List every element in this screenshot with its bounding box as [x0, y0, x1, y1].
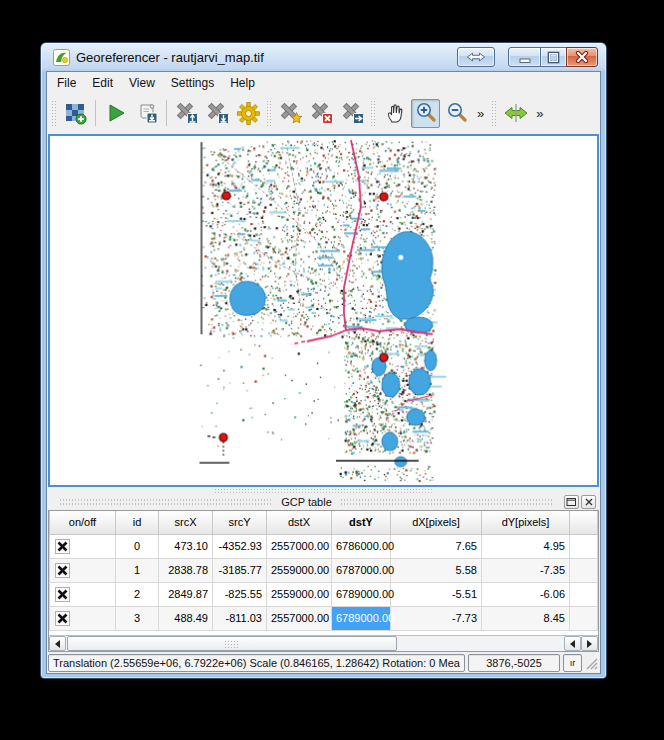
gcp-panel-titlebar[interactable]: GCP table: [47, 494, 600, 510]
cell-srcX[interactable]: 488.49: [159, 606, 213, 630]
cell-id[interactable]: 3: [116, 606, 159, 630]
maximize-button[interactable]: [540, 47, 567, 67]
cell-dY[interactable]: -6.06: [482, 582, 570, 606]
cell-dstX[interactable]: 2557000.00: [267, 534, 332, 558]
move-gcp-point-button[interactable]: [338, 99, 367, 128]
scroll-left-button-2[interactable]: [564, 636, 581, 651]
map-image[interactable]: [50, 136, 597, 485]
cell-dX[interactable]: 7.65: [391, 534, 482, 558]
window-content: FileEditViewSettingsHelp: [46, 71, 601, 674]
gcp-enabled-checkbox[interactable]: [50, 558, 116, 582]
panel-close-button[interactable]: [581, 495, 596, 509]
zoom-to-layer-button[interactable]: [501, 99, 530, 128]
column-header-filler: [570, 511, 598, 534]
cell-dY[interactable]: -7.35: [482, 558, 570, 582]
gcp-table-row: 0473.10-4352.932557000.006786000.007.654…: [50, 534, 598, 558]
close-icon: [574, 49, 590, 65]
cell-dstX[interactable]: 2559000.00: [267, 582, 332, 606]
scrollbar-thumb[interactable]: [67, 636, 397, 651]
gcp-table-row: 12838.78-3185.772559000.006787000.005.58…: [50, 558, 598, 582]
cell-srcY[interactable]: -811.03: [213, 606, 267, 630]
column-header-dstX[interactable]: dstX: [267, 511, 332, 534]
toolbar-drag-handle[interactable]: [491, 100, 498, 126]
scrollbar-track[interactable]: [397, 636, 564, 651]
dock-window-button[interactable]: [457, 47, 495, 67]
gcp-enabled-checkbox[interactable]: [50, 606, 116, 630]
cell-srcX[interactable]: 2849.87: [159, 582, 213, 606]
add-point-button[interactable]: [276, 99, 305, 128]
start-georeferencing-button[interactable]: [101, 99, 130, 128]
cell-dstY[interactable]: 6789000.00: [332, 582, 391, 606]
column-header-dY[interactable]: dY[pixels]: [482, 511, 570, 534]
save-gcp-points-button[interactable]: [203, 99, 232, 128]
menu-item-file[interactable]: File: [49, 74, 84, 92]
cell-dstY[interactable]: 6787000.00: [332, 558, 391, 582]
cell-srcX[interactable]: 473.10: [159, 534, 213, 558]
cell-filler: [570, 558, 598, 582]
title-bar[interactable]: Georeferencer - rautjarvi_map.tif: [46, 43, 601, 71]
menu-item-edit[interactable]: Edit: [84, 74, 121, 92]
pan-button[interactable]: [380, 99, 409, 128]
toolbar-drag-handle[interactable]: [51, 100, 58, 126]
column-header-on[interactable]: on/off: [50, 511, 116, 534]
toolbar-overflow-chevron[interactable]: »: [533, 106, 546, 121]
status-overflow-box: ır: [563, 654, 582, 672]
minimize-button[interactable]: [508, 47, 541, 67]
gdal-script-button[interactable]: [132, 99, 161, 128]
delete-point-button[interactable]: [307, 99, 336, 128]
cell-srcX[interactable]: 2838.78: [159, 558, 213, 582]
cell-dstX[interactable]: 2557000.00: [267, 606, 332, 630]
gcp-table-panel: on/offidsrcXsrcYdstXdstYdX[pixels]dY[pix…: [48, 510, 599, 652]
toolbar-drag-handle[interactable]: [370, 100, 377, 126]
column-header-srcY[interactable]: srcY: [213, 511, 267, 534]
toolbar-separator: [166, 100, 167, 126]
cell-dX[interactable]: 5.58: [391, 558, 482, 582]
maximize-icon: [546, 50, 561, 65]
move-gcp-point-icon: [341, 101, 365, 125]
toolbar-overflow-chevron[interactable]: »: [474, 106, 487, 121]
window-resize-grip[interactable]: [585, 655, 599, 671]
scroll-right-button[interactable]: [581, 636, 598, 651]
menu-item-view[interactable]: View: [121, 74, 163, 92]
cell-srcY[interactable]: -3185.77: [213, 558, 267, 582]
open-raster-button[interactable]: [61, 99, 90, 128]
load-gcp-points-button[interactable]: [172, 99, 201, 128]
panel-float-button[interactable]: [564, 495, 579, 509]
column-header-srcX[interactable]: srcX: [159, 511, 213, 534]
cell-dstY[interactable]: 6786000.00: [332, 534, 391, 558]
table-horizontal-scrollbar[interactable]: [49, 635, 598, 651]
cell-dY[interactable]: 8.45: [482, 606, 570, 630]
gcp-enabled-checkbox[interactable]: [50, 582, 116, 606]
gcp-table-row: 22849.87-825.552559000.006789000.00-5.51…: [50, 582, 598, 606]
cell-dY[interactable]: 4.95: [482, 534, 570, 558]
start-georeferencing-icon: [105, 102, 127, 124]
transformation-settings-button[interactable]: [234, 99, 263, 128]
gcp-table: on/offidsrcXsrcYdstXdstYdX[pixels]dY[pix…: [49, 511, 598, 631]
cell-id[interactable]: 0: [116, 534, 159, 558]
panel-splitter[interactable]: [47, 487, 600, 494]
zoom-in-button[interactable]: [411, 99, 440, 128]
column-header-dstY[interactable]: dstY: [332, 511, 391, 534]
cell-dX[interactable]: -5.51: [391, 582, 482, 606]
cell-srcY[interactable]: -4352.93: [213, 534, 267, 558]
menu-item-settings[interactable]: Settings: [163, 74, 222, 92]
gcp-enabled-checkbox[interactable]: [50, 534, 116, 558]
cell-dstY[interactable]: 6789000.00: [332, 606, 391, 630]
gdal-script-icon: [135, 101, 159, 125]
add-point-icon: [279, 101, 303, 125]
save-gcp-points-icon: [206, 101, 230, 125]
zoom-out-button[interactable]: [442, 99, 471, 128]
toolbar-drag-handle[interactable]: [266, 100, 273, 126]
map-canvas[interactable]: [48, 134, 599, 487]
cell-id[interactable]: 2: [116, 582, 159, 606]
menu-item-help[interactable]: Help: [222, 74, 263, 92]
column-header-dX[interactable]: dX[pixels]: [391, 511, 482, 534]
cell-dstX[interactable]: 2559000.00: [267, 558, 332, 582]
close-button[interactable]: [566, 47, 598, 67]
column-header-id[interactable]: id: [116, 511, 159, 534]
zoom-out-icon: [445, 101, 469, 125]
cell-id[interactable]: 1: [116, 558, 159, 582]
scroll-left-button[interactable]: [49, 636, 66, 651]
cell-dX[interactable]: -7.73: [391, 606, 482, 630]
cell-srcY[interactable]: -825.55: [213, 582, 267, 606]
